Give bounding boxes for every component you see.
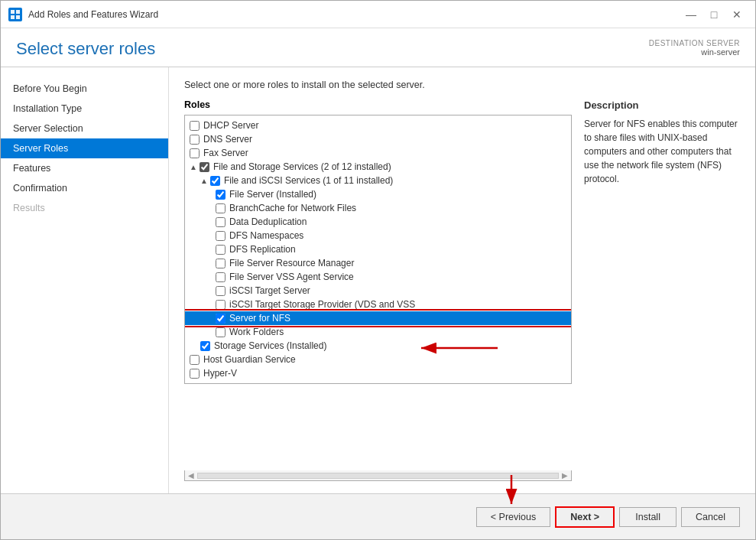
sidebar-item-server-roles[interactable]: Server Roles [1, 138, 168, 158]
sidebar: Before You Begin Installation Type Serve… [1, 67, 169, 493]
role-iscsi-storage-provider[interactable]: iSCSI Target Storage Provider (VDS and V… [185, 298, 571, 311]
role-storage-checkbox[interactable] [200, 341, 210, 351]
role-nfs-checkbox[interactable] [216, 314, 226, 324]
maximize-button[interactable]: □ [703, 6, 725, 23]
roles-label: Roles [184, 99, 572, 110]
role-file-storage-services[interactable]: ▲ File and Storage Services (2 of 12 ins… [185, 160, 571, 174]
wizard-header: Select server roles DESTINATION SERVER w… [1, 28, 755, 67]
role-file-server-checkbox[interactable] [216, 190, 226, 200]
app-icon [8, 8, 22, 21]
svg-rect-3 [16, 15, 20, 19]
role-fax-checkbox[interactable] [190, 148, 200, 158]
cancel-button[interactable]: Cancel [681, 507, 740, 527]
description-panel: Description Server for NFS enables this … [572, 99, 740, 481]
description-text: Server for NFS enables this computer to … [584, 117, 740, 186]
role-hyperv-checkbox[interactable] [190, 369, 200, 379]
role-iscsi-sp-checkbox[interactable] [216, 300, 226, 310]
role-fax-server[interactable]: Fax Server [185, 146, 571, 160]
wizard-body: Before You Begin Installation Type Serve… [1, 67, 755, 493]
horizontal-scrollbar[interactable]: ◀ ▶ [184, 470, 572, 481]
role-data-dedup-checkbox[interactable] [216, 217, 226, 227]
role-iscsi-target[interactable]: iSCSI Target Server [185, 284, 571, 298]
destination-label: DESTINATION SERVER [649, 39, 740, 47]
server-name: win-server [649, 47, 740, 57]
description-title: Description [584, 99, 740, 111]
svg-rect-1 [16, 10, 20, 14]
nfs-label: Server for NFS [229, 313, 290, 324]
role-guardian-checkbox[interactable] [190, 355, 200, 365]
role-dns-server[interactable]: DNS Server [185, 132, 571, 146]
role-hyper-v[interactable]: Hyper-V [185, 366, 571, 380]
role-dfs-namespaces[interactable]: DFS Namespaces [185, 229, 571, 242]
svg-rect-0 [11, 10, 15, 14]
role-file-storage-checkbox[interactable] [200, 162, 209, 172]
sidebar-item-server-selection[interactable]: Server Selection [1, 119, 168, 138]
role-dns-checkbox[interactable] [190, 135, 200, 145]
intro-text: Select one or more roles to install on t… [184, 80, 740, 90]
role-vss-agent-checkbox[interactable] [216, 272, 226, 282]
role-file-iscsi-checkbox[interactable] [210, 176, 220, 186]
role-server-nfs[interactable]: Server for NFS [185, 311, 571, 325]
role-dfs-replication[interactable]: DFS Replication [185, 242, 571, 256]
role-iscsi-target-checkbox[interactable] [216, 286, 226, 296]
page-title: Select server roles [16, 39, 155, 59]
role-work-folders-checkbox[interactable] [216, 327, 226, 337]
role-fsrm-checkbox[interactable] [216, 259, 226, 268]
svg-rect-2 [11, 15, 15, 19]
next-button[interactable]: Next > [555, 506, 615, 528]
role-dhcp-checkbox[interactable] [190, 121, 200, 131]
role-work-folders[interactable]: Work Folders [185, 325, 571, 339]
previous-button[interactable]: < Previous [476, 507, 550, 527]
role-branchcache[interactable]: BranchCache for Network Files [185, 201, 571, 215]
window-title: Add Roles and Features Wizard [28, 9, 680, 20]
role-file-server[interactable]: File Server (Installed) [185, 187, 571, 201]
sidebar-item-confirmation[interactable]: Confirmation [1, 178, 168, 198]
wizard-footer: < Previous Next > Install Cancel [1, 493, 755, 539]
sidebar-item-before-you-begin[interactable]: Before You Begin [1, 79, 168, 99]
minimize-button[interactable]: — [680, 6, 702, 23]
role-dhcp-server[interactable]: DHCP Server [185, 119, 571, 132]
role-file-iscsi-services[interactable]: ▲ File and iSCSI Services (1 of 11 insta… [185, 174, 571, 187]
sidebar-item-features[interactable]: Features [1, 158, 168, 178]
install-button[interactable]: Install [619, 507, 677, 527]
wizard-window: Add Roles and Features Wizard — □ ✕ Sele… [0, 0, 756, 540]
tree-expand-icon-2: ▲ [200, 177, 208, 185]
sidebar-item-results[interactable]: Results [1, 198, 168, 218]
title-bar: Add Roles and Features Wizard — □ ✕ [1, 1, 755, 28]
role-host-guardian[interactable]: Host Guardian Service [185, 353, 571, 366]
role-data-dedup[interactable]: Data Deduplication [185, 215, 571, 229]
window-controls: — □ ✕ [680, 6, 748, 23]
destination-server-info: DESTINATION SERVER win-server [649, 39, 740, 57]
role-dfs-ns-checkbox[interactable] [216, 231, 226, 241]
roles-list[interactable]: DHCP Server DNS Server Fax Server [184, 115, 572, 384]
tree-expand-icon: ▲ [190, 163, 197, 171]
role-branchcache-checkbox[interactable] [216, 203, 226, 213]
role-vss-agent[interactable]: File Server VSS Agent Service [185, 270, 571, 284]
role-dfs-rep-checkbox[interactable] [216, 245, 226, 255]
role-fsrm[interactable]: File Server Resource Manager [185, 256, 571, 270]
role-storage-services[interactable]: Storage Services (Installed) [185, 339, 571, 353]
sidebar-item-installation-type[interactable]: Installation Type [1, 99, 168, 119]
close-button[interactable]: ✕ [726, 6, 748, 23]
